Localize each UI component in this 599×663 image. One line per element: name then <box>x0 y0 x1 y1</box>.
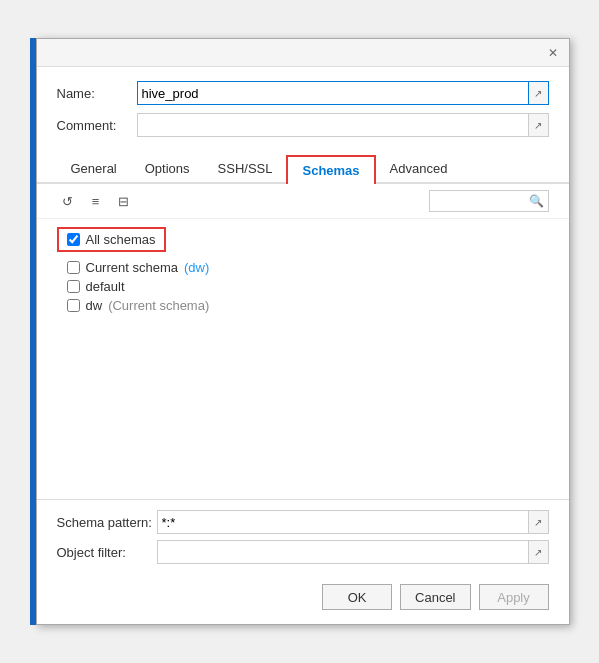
tab-options[interactable]: Options <box>131 155 204 184</box>
schema-current-label: Current schema <box>86 260 178 275</box>
apply-button[interactable]: Apply <box>479 584 549 610</box>
schema-dw-hint: (Current schema) <box>108 298 209 313</box>
filter1-icon: ≡ <box>92 194 100 209</box>
list-item: default <box>57 279 549 294</box>
comment-input[interactable] <box>137 113 529 137</box>
search-input[interactable] <box>434 194 529 208</box>
schema-dw-label: dw <box>86 298 103 313</box>
tab-general[interactable]: General <box>57 155 131 184</box>
name-input[interactable] <box>137 81 529 105</box>
tab-advanced[interactable]: Advanced <box>376 155 462 184</box>
tab-sshssl[interactable]: SSH/SSL <box>204 155 287 184</box>
schema-pattern-expand[interactable]: ↗ <box>529 510 549 534</box>
all-schemas-label: All schemas <box>86 232 156 247</box>
button-row: OK Cancel Apply <box>37 576 569 624</box>
refresh-icon: ↺ <box>62 194 73 209</box>
close-button[interactable]: ✕ <box>545 45 561 61</box>
title-bar: ✕ <box>37 39 569 67</box>
schema-pattern-label: Schema pattern: <box>57 515 157 530</box>
name-label: Name: <box>57 86 137 101</box>
form-area: Name: ↗ Comment: ↗ <box>37 67 569 155</box>
schema-current-hint: (dw) <box>184 260 209 275</box>
schema-pattern-input[interactable] <box>157 510 529 534</box>
object-filter-input[interactable] <box>157 540 529 564</box>
schemas-toolbar: ↺ ≡ ⊟ 🔍 <box>37 184 569 219</box>
cancel-button[interactable]: Cancel <box>400 584 470 610</box>
comment-expand-button[interactable]: ↗ <box>529 113 549 137</box>
filter2-icon: ⊟ <box>118 194 129 209</box>
all-schemas-checkbox[interactable] <box>67 233 80 246</box>
bottom-form: Schema pattern: ↗ Object filter: ↗ <box>37 499 569 576</box>
schema-default-checkbox[interactable] <box>67 280 80 293</box>
expand-icon-2: ↗ <box>534 120 542 131</box>
schema-pattern-row: Schema pattern: ↗ <box>57 510 549 534</box>
tab-schemas[interactable]: Schemas <box>286 155 375 184</box>
filter2-button[interactable]: ⊟ <box>113 190 135 212</box>
search-box[interactable]: 🔍 <box>429 190 549 212</box>
name-expand-button[interactable]: ↗ <box>529 81 549 105</box>
comment-row: Comment: ↗ <box>57 113 549 137</box>
comment-label: Comment: <box>57 118 137 133</box>
list-item: dw (Current schema) <box>57 298 549 313</box>
all-schemas-row: All schemas <box>57 227 166 252</box>
tabs-bar: General Options SSH/SSL Schemas Advanced <box>37 155 569 184</box>
filter1-button[interactable]: ≡ <box>85 190 107 212</box>
schema-default-label: default <box>86 279 125 294</box>
expand-icon: ↗ <box>534 88 542 99</box>
schema-current-checkbox[interactable] <box>67 261 80 274</box>
name-row: Name: ↗ <box>57 81 549 105</box>
ok-button[interactable]: OK <box>322 584 392 610</box>
list-item: Current schema (dw) <box>57 260 549 275</box>
search-icon: 🔍 <box>529 194 544 208</box>
object-filter-row: Object filter: ↗ <box>57 540 549 564</box>
object-filter-expand[interactable]: ↗ <box>529 540 549 564</box>
refresh-button[interactable]: ↺ <box>57 190 79 212</box>
schema-dw-checkbox[interactable] <box>67 299 80 312</box>
object-filter-label: Object filter: <box>57 545 157 560</box>
schemas-list: All schemas Current schema (dw) default … <box>37 219 569 499</box>
